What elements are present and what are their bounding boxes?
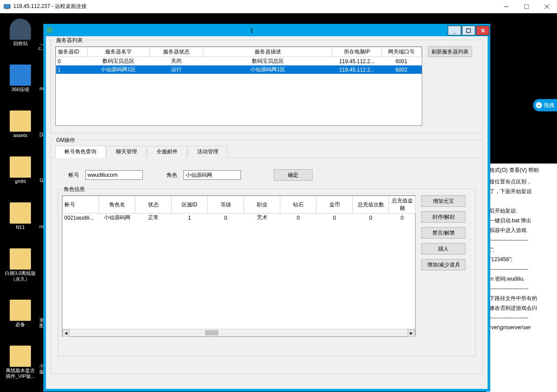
role-actions: 增加元宝 封停/解封 禁言/解禁 踢人 增加/减少道具 bbox=[421, 195, 465, 275]
drag-handle-tab[interactable]: ∞ 拖拽 bbox=[533, 99, 557, 111]
folder-icon bbox=[10, 300, 31, 321]
minimize-button[interactable] bbox=[496, 0, 516, 13]
confirm-button[interactable]: 确定 bbox=[274, 169, 313, 181]
col-acct[interactable]: 帐号 bbox=[63, 196, 99, 213]
ban-unban-button[interactable]: 封停/解封 bbox=[421, 211, 465, 223]
desktop-icon-gmht[interactable]: gmht bbox=[4, 156, 37, 184]
gm-ops-group: GM操作 帐号角色查询 聊天管理 全服邮件 活动管理 帐号 角色 确定 bbox=[50, 140, 483, 374]
server-table[interactable]: 服务器ID 服务器名字 服务器状态 服务器描述 所在电脑IP 网关端口号 bbox=[55, 46, 422, 126]
refresh-server-list-button[interactable]: 刷新服务器列表 bbox=[428, 46, 472, 57]
cell: 6002 bbox=[382, 65, 422, 74]
col-port[interactable]: 网关端口号 bbox=[382, 47, 422, 57]
cell: 0 bbox=[389, 213, 416, 222]
col-gold[interactable]: 金币 bbox=[317, 196, 353, 213]
notepad-line: 了，下面开始架设 bbox=[489, 186, 554, 196]
desktop-icon-assets[interactable]: assets bbox=[4, 110, 37, 138]
server-row-selected[interactable]: 1 小仙源码网1区 运行 小仙源码网1区 119.45.112.2... 600… bbox=[56, 65, 422, 74]
notepad-line: 接位置有点区别， bbox=[489, 177, 554, 186]
gm-body: 服务器列表 服务器ID 服务器名字 服务器状态 服务器描述 所在电脑IP bbox=[46, 36, 488, 389]
cell: 0 bbox=[208, 213, 244, 222]
desktop-icon-n11[interactable]: N11 bbox=[4, 202, 37, 230]
folder-icon bbox=[10, 346, 31, 367]
col-diamond[interactable]: 钻石 bbox=[280, 196, 317, 213]
cell: 数码宝贝总区 bbox=[203, 57, 332, 66]
cell: 6001 bbox=[382, 57, 422, 66]
gm-ops-legend: GM操作 bbox=[54, 137, 77, 144]
col-status[interactable]: 状态 bbox=[135, 196, 172, 213]
recycle-bin-icon bbox=[10, 19, 31, 40]
kick-button[interactable]: 踢人 bbox=[421, 243, 465, 255]
rdp-icon bbox=[4, 3, 11, 10]
cell: 119.45.112.2... bbox=[332, 65, 382, 74]
desktop-icon-bibei[interactable]: 必备 bbox=[4, 300, 37, 327]
role-input[interactable] bbox=[183, 170, 241, 180]
add-gold-button[interactable]: 增加元宝 bbox=[421, 195, 465, 207]
rdp-title: 119.45.112.237 - 远程桌面连接 bbox=[13, 3, 496, 10]
role-row[interactable]: 0021wudili... 小仙源码网 正常 1 0 咒术 0 0 0 bbox=[63, 213, 416, 222]
col-name[interactable]: 服务器名字 bbox=[87, 47, 149, 57]
gm-titlebar[interactable]: | _ ☐ ✕ bbox=[43, 24, 490, 36]
tab-server-mail[interactable]: 全服邮件 bbox=[147, 146, 187, 158]
tab-event-management[interactable]: 活动管理 bbox=[188, 146, 228, 158]
maximize-button[interactable] bbox=[516, 0, 537, 13]
server-row[interactable]: 0 数码宝贝总区 关闭 数码宝贝总区 119.45.112.2... 6001 bbox=[56, 57, 422, 66]
server-list-legend: 服务器列表 bbox=[54, 37, 84, 44]
tab-chat-management[interactable]: 聊天管理 bbox=[107, 146, 146, 158]
col-ip[interactable]: 所在电脑IP bbox=[332, 47, 382, 57]
scroll-right-arrow[interactable]: ► bbox=[408, 329, 415, 337]
icon-label: N11 bbox=[4, 225, 37, 230]
cell: 119.45.112.2... bbox=[332, 57, 382, 66]
col-topup-count[interactable]: 总充值次数 bbox=[353, 196, 389, 213]
notepad-menu[interactable]: 格式(O) 查看(V) 帮助 bbox=[489, 165, 554, 175]
icon-label: 必备 bbox=[4, 322, 37, 327]
close-button[interactable] bbox=[537, 0, 557, 13]
notepad-line: "123456"; bbox=[489, 255, 554, 264]
mute-unmute-button[interactable]: 禁言/解禁 bbox=[421, 227, 465, 239]
inner-window-controls: _ ☐ ✕ bbox=[448, 25, 490, 35]
inner-close-button[interactable]: ✕ bbox=[476, 26, 489, 35]
col-topup-amount[interactable]: 总充值金额 bbox=[389, 196, 416, 213]
notepad-line: in 密码:wudiliu. bbox=[489, 274, 554, 284]
scroll-left-arrow[interactable]: ◄ bbox=[62, 329, 70, 337]
tab-account-query[interactable]: 帐号角色查询 bbox=[55, 146, 106, 158]
col-level[interactable]: 等级 bbox=[208, 196, 244, 213]
rdp-window: 119.45.112.237 - 远程桌面连接 回收站 360压缩 assets bbox=[0, 0, 557, 392]
server-list-group: 服务器列表 服务器ID 服务器名字 服务器状态 服务器描述 所在电脑IP bbox=[50, 40, 483, 133]
col-zone[interactable]: 区服ID bbox=[172, 196, 208, 213]
scroll-thumb[interactable] bbox=[205, 330, 218, 335]
share-icon: ∞ bbox=[536, 102, 542, 108]
window-controls bbox=[496, 0, 557, 13]
app-icon bbox=[46, 27, 53, 34]
col-desc[interactable]: 服务器描述 bbox=[203, 47, 332, 57]
col-job[interactable]: 职业 bbox=[244, 196, 280, 213]
role-table[interactable]: 帐号 角色名 状态 区服ID 等级 职业 钻石 金币 总充值次数 bbox=[62, 195, 416, 337]
drag-label: 拖拽 bbox=[544, 102, 554, 109]
inner-minimize-button[interactable]: _ bbox=[448, 26, 461, 35]
scroll-track[interactable] bbox=[70, 329, 408, 336]
desktop-icon-recycle-bin[interactable]: 回收站 bbox=[4, 19, 37, 46]
cell: 0 bbox=[280, 213, 317, 222]
cell: 关闭 bbox=[149, 57, 203, 66]
folder-icon bbox=[10, 156, 31, 178]
account-label: 帐号 bbox=[69, 171, 79, 179]
rdp-titlebar[interactable]: 119.45.112.237 - 远程桌面连接 bbox=[0, 0, 557, 13]
cell: 正常 bbox=[135, 213, 172, 222]
inner-maximize-button[interactable]: ☐ bbox=[462, 26, 475, 35]
folder-icon bbox=[10, 202, 31, 224]
desktop-icon-lixian[interactable]: 离线版本盘古插件_VIP版... bbox=[4, 346, 37, 379]
desktop-icon-360zip[interactable]: 360压缩 bbox=[4, 65, 37, 92]
notepad-line: ---------------------- bbox=[489, 313, 554, 323]
notepad-line: 下路径文件中所有的 bbox=[489, 293, 554, 303]
col-name[interactable]: 角色名 bbox=[99, 196, 135, 213]
cell: 数码宝贝总区 bbox=[87, 57, 149, 66]
notepad-line: t"; bbox=[489, 245, 554, 255]
col-id[interactable]: 服务器ID bbox=[56, 47, 88, 57]
account-input[interactable] bbox=[85, 170, 143, 180]
horizontal-scrollbar[interactable]: ◄ ► bbox=[62, 329, 415, 336]
col-status[interactable]: 服务器状态 bbox=[149, 47, 203, 57]
add-remove-items-button[interactable]: 增加/减少道具 bbox=[421, 259, 465, 270]
role-label: 角色 bbox=[167, 171, 177, 179]
icon-label: assets bbox=[4, 133, 37, 138]
icon-label: 白猪3.0离线版（永久） bbox=[4, 270, 37, 282]
desktop-icon-baizhu[interactable]: 白猪3.0离线版（永久） bbox=[4, 248, 37, 282]
